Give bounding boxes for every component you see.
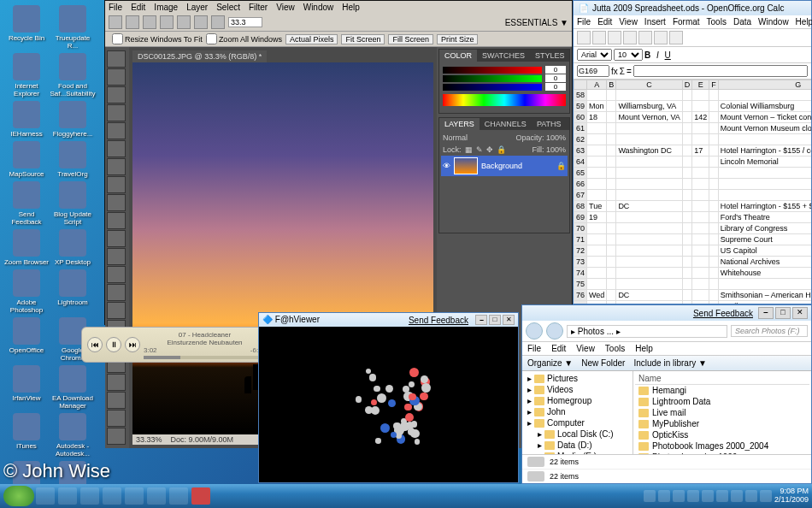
menu-item[interactable]: Help <box>796 17 812 27</box>
spreadsheet-row[interactable]: 58 <box>574 90 812 101</box>
desktop-icon[interactable]: Autodesk - Autodesk... <box>50 413 96 458</box>
tree-node[interactable]: ▸Videos <box>524 384 631 395</box>
menu-item[interactable]: Image <box>154 3 178 12</box>
toolbar-button[interactable]: Organize ▼ <box>527 358 573 368</box>
menu-item[interactable]: Tools <box>707 17 727 27</box>
tool-button[interactable] <box>107 104 126 121</box>
font-select[interactable]: Arial <box>577 49 612 61</box>
r-value[interactable]: 0 <box>545 66 566 74</box>
spreadsheet-row[interactable]: 6919Ford's Theatre <box>574 212 812 223</box>
tray-icon[interactable] <box>673 490 685 502</box>
menu-item[interactable]: Format <box>673 17 700 27</box>
desktop-icon[interactable]: Internet Explorer <box>3 53 50 97</box>
molecule-canvas[interactable] <box>259 327 518 481</box>
fit-screen-button[interactable]: Fit Screen <box>341 34 385 44</box>
menu-item[interactable]: File <box>109 3 122 12</box>
menu-item[interactable]: View <box>576 344 595 353</box>
desktop-icon[interactable]: Blog Update Script <box>50 181 96 226</box>
calc-grid[interactable]: ABCDEFG5859MonWilliamsburg, VAColonial W… <box>574 80 811 304</box>
max-button[interactable]: □ <box>775 307 791 319</box>
hand-tool-icon[interactable] <box>177 15 191 29</box>
tray-icon[interactable] <box>760 490 772 502</box>
forward-button[interactable] <box>546 322 563 340</box>
italic-button[interactable]: I <box>656 50 659 60</box>
panel-tab[interactable]: COLOR <box>439 50 477 62</box>
spreadsheet-row[interactable]: 61Mount Vernon Museum closes at 18:00 <box>574 123 812 134</box>
desktop-icon[interactable]: EA Download Manager <box>50 365 96 410</box>
menu-item[interactable]: View <box>276 3 295 12</box>
panel-tab[interactable]: SWATCHES <box>477 50 530 62</box>
tool-button[interactable] <box>107 392 126 409</box>
menu-item[interactable]: Help <box>635 344 653 353</box>
menu-item[interactable]: Window <box>758 17 789 27</box>
tool-button[interactable] <box>107 86 126 103</box>
column-header-name[interactable]: Name <box>635 373 809 385</box>
actual-pixels-button[interactable]: Actual Pixels <box>285 34 338 44</box>
layer-background[interactable]: 👁 Background 🔒 <box>441 156 568 176</box>
cell-reference-input[interactable] <box>577 65 609 77</box>
arrange-icon[interactable] <box>211 15 225 29</box>
spreadsheet-row[interactable]: 76WedDCSmithsonian – American History <box>574 290 812 301</box>
workspace-switcher[interactable]: ESSENTIALS ▼ <box>505 18 568 27</box>
menu-item[interactable]: Edit <box>131 3 145 12</box>
lock-move-icon[interactable]: ✥ <box>486 145 493 154</box>
cut-icon[interactable] <box>638 31 652 44</box>
visibility-eye-icon[interactable]: 👁 <box>443 162 450 170</box>
taskbar-media[interactable] <box>80 487 99 505</box>
explorer-tree[interactable]: ▸Pictures▸Videos▸Homegroup▸John▸Computer… <box>522 371 633 454</box>
tool-button[interactable] <box>107 194 126 211</box>
list-item[interactable]: Lightroom Data <box>635 396 809 407</box>
tool-button[interactable] <box>107 176 126 193</box>
tool-button[interactable] <box>107 302 126 319</box>
panel-tab[interactable]: CHANNELS <box>480 118 532 130</box>
b-slider[interactable] <box>443 84 542 91</box>
spreadsheet-row[interactable]: 70Library of Congress <box>574 223 812 234</box>
tool-button[interactable] <box>107 158 126 175</box>
menu-item[interactable]: View <box>619 17 638 27</box>
spreadsheet-row[interactable]: 64Lincoln Memorial <box>574 157 812 168</box>
menu-item[interactable]: Layer <box>186 3 208 12</box>
spreadsheet-row[interactable]: 72US Capitol <box>574 245 812 257</box>
close-button[interactable]: ✕ <box>792 307 808 319</box>
color-ramp[interactable] <box>443 94 566 106</box>
view-grid-icon[interactable] <box>143 15 156 29</box>
calc-titlebar[interactable]: 📄 Jutta 2009 Spreadsheet.ods - OpenOffic… <box>574 1 811 15</box>
new-icon[interactable] <box>577 31 591 44</box>
spreadsheet-row[interactable]: 74Whitehouse <box>574 268 812 279</box>
equals-icon[interactable]: = <box>627 67 632 76</box>
fah-titlebar[interactable]: 🔷 F@hViewer Send Feedback ‒□✕ <box>259 313 518 327</box>
tool-button[interactable] <box>107 284 126 301</box>
print-icon[interactable] <box>623 31 637 44</box>
tool-button[interactable] <box>107 68 126 86</box>
tree-node[interactable]: ▸Data (D:) <box>524 440 631 451</box>
spreadsheet-row[interactable]: 66 <box>574 179 812 190</box>
tray-icon[interactable] <box>702 490 714 502</box>
desktop-icon[interactable]: Lightroom <box>50 269 96 306</box>
list-item[interactable]: Photobook Images 2000_2004 <box>635 440 809 452</box>
taskbar-explorer[interactable] <box>58 487 77 505</box>
next-button[interactable]: ⏭ <box>125 337 140 352</box>
menu-item[interactable]: Data <box>733 17 751 27</box>
close-button[interactable]: ✕ <box>503 315 515 325</box>
taskbar-fah[interactable] <box>191 487 210 505</box>
g-value[interactable]: 0 <box>545 74 566 82</box>
sum-icon[interactable]: Σ <box>620 67 625 76</box>
desktop-icon[interactable]: iTunes <box>3 413 50 450</box>
tree-node[interactable]: ▸Pictures <box>524 373 631 384</box>
menu-item[interactable]: File <box>527 344 541 353</box>
copy-icon[interactable] <box>654 31 668 44</box>
lock-paint-icon[interactable]: ✎ <box>476 145 483 154</box>
bold-button[interactable]: B <box>644 50 650 60</box>
fill-label[interactable]: Fill: 100% <box>532 145 566 154</box>
panel-tab[interactable]: STYLES <box>530 50 570 62</box>
list-item[interactable]: Hemangi <box>635 385 809 396</box>
tray-icon[interactable] <box>716 490 728 502</box>
spreadsheet-row[interactable]: 7720Textile Museum – 2320 S St. <box>574 301 812 304</box>
menu-item[interactable]: Edit <box>551 344 566 353</box>
prev-button[interactable]: ⏮ <box>87 337 103 352</box>
lock-all-icon[interactable]: 🔒 <box>497 145 506 154</box>
taskbar-photoshop[interactable] <box>103 487 121 505</box>
tray-icon[interactable] <box>658 490 670 502</box>
list-item[interactable]: OpticKiss <box>635 429 809 440</box>
desktop-icon[interactable]: IrfanView <box>3 365 50 402</box>
